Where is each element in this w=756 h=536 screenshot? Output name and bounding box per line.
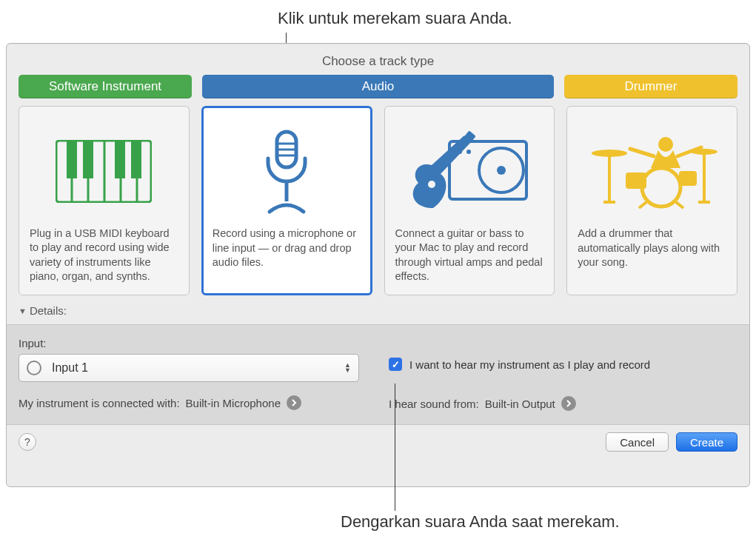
svg-line-23 — [630, 149, 654, 156]
card-drummer[interactable]: Add a drummer that automatically plays a… — [566, 106, 737, 295]
svg-rect-8 — [115, 141, 125, 178]
svg-rect-30 — [626, 172, 646, 189]
connection-value: Built-in Microphone — [186, 397, 281, 409]
card-microphone[interactable]: Record using a microphone or line input … — [201, 106, 372, 295]
card-desc: Connect a guitar or bass to your Mac to … — [395, 227, 544, 284]
arrow-right-icon — [561, 396, 576, 411]
details-toggle[interactable]: ▼ Details: — [7, 303, 749, 324]
card-software-instrument[interactable]: Plug in a USB MIDI keyboard to play and … — [19, 106, 190, 295]
keyboard-icon — [30, 117, 178, 227]
output-value: Built-in Output — [485, 398, 555, 410]
svg-point-17 — [497, 166, 506, 175]
monitor-checkbox-row[interactable]: ✓ I want to hear my instrument as I play… — [389, 358, 737, 371]
drummer-icon — [578, 117, 726, 227]
new-track-dialog: Choose a track type Software Instrument … — [6, 43, 750, 487]
details-label: Details: — [30, 304, 67, 317]
microphone-icon — [213, 117, 361, 227]
arrow-right-icon — [287, 395, 301, 410]
annotation-top: Klik untuk merekam suara Anda. — [278, 9, 512, 28]
svg-point-19 — [466, 150, 471, 154]
input-value: Input 1 — [52, 361, 88, 375]
card-desc: Record using a microphone or line input … — [213, 227, 361, 284]
create-button[interactable]: Create — [676, 432, 737, 452]
annotation-line-bottom — [395, 383, 395, 511]
card-guitar[interactable]: Connect a guitar or bass to your Mac to … — [384, 106, 555, 295]
track-type-tabs: Software Instrument Audio Drummer — [7, 75, 749, 98]
guitar-amp-icon — [395, 117, 544, 227]
tab-drummer[interactable]: Drummer — [564, 75, 737, 98]
tab-software-instrument[interactable]: Software Instrument — [19, 75, 192, 98]
dialog-footer: ? Cancel Create — [7, 425, 749, 459]
monitor-label: I want to hear my instrument as I play a… — [409, 358, 650, 371]
output-connection[interactable]: I hear sound from: Built-in Output — [389, 396, 737, 411]
tab-audio[interactable]: Audio — [202, 75, 554, 98]
updown-chevron-icon: ▲▼ — [344, 363, 351, 373]
svg-point-22 — [658, 137, 673, 152]
help-button[interactable]: ? — [19, 433, 36, 451]
input-select[interactable]: Input 1 ▲▼ — [19, 354, 359, 382]
svg-rect-7 — [83, 141, 93, 178]
svg-rect-6 — [67, 141, 77, 178]
annotation-bottom: Dengarkan suara Anda saat merekam. — [341, 512, 620, 532]
input-label: Input: — [19, 337, 359, 349]
svg-point-20 — [428, 181, 435, 188]
checkbox-checked-icon: ✓ — [389, 358, 402, 371]
svg-rect-9 — [131, 141, 141, 178]
details-panel: Input: Input 1 ▲▼ My instrument is conne… — [7, 324, 749, 425]
card-desc: Plug in a USB MIDI keyboard to play and … — [30, 227, 178, 284]
svg-line-34 — [639, 202, 646, 208]
svg-point-29 — [642, 168, 680, 207]
connection-prefix: My instrument is connected with: — [19, 397, 180, 409]
triangle-down-icon: ▼ — [19, 306, 27, 315]
svg-rect-31 — [679, 171, 697, 186]
input-ring-icon — [27, 361, 41, 375]
card-desc: Add a drummer that automatically plays a… — [578, 227, 726, 284]
track-cards: Plug in a USB MIDI keyboard to play and … — [7, 98, 749, 303]
instrument-connection[interactable]: My instrument is connected with: Built-i… — [19, 395, 359, 410]
svg-line-35 — [676, 202, 683, 208]
dialog-title: Choose a track type — [7, 44, 749, 75]
output-prefix: I hear sound from: — [389, 398, 479, 410]
question-icon: ? — [24, 436, 30, 448]
cancel-button[interactable]: Cancel — [606, 432, 669, 452]
